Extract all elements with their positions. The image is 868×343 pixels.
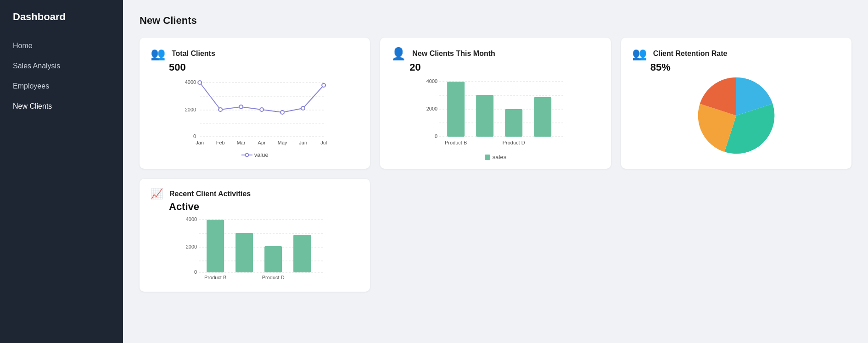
- sidebar-title: Dashboard: [0, 0, 123, 36]
- svg-point-11: [260, 108, 263, 111]
- sidebar: Dashboard Home Sales Analysis Employees …: [0, 0, 123, 343]
- bottom-cards-row: 📈 Recent Client Activities Active 4000 2…: [140, 179, 851, 292]
- svg-text:Jan: Jan: [196, 140, 204, 145]
- svg-point-13: [301, 106, 305, 110]
- svg-rect-48: [264, 246, 282, 272]
- svg-point-10: [239, 105, 243, 109]
- card-placeholder-3: [621, 179, 851, 292]
- svg-point-14: [322, 83, 325, 87]
- person-icon: 👤: [391, 48, 406, 60]
- svg-rect-35: [534, 97, 551, 137]
- svg-text:4000: 4000: [185, 79, 196, 85]
- svg-text:0: 0: [193, 133, 196, 139]
- retention-value: 85%: [650, 61, 840, 73]
- card-header-retention: 👥 Client Retention Rate: [632, 48, 840, 60]
- svg-text:2000: 2000: [186, 244, 197, 249]
- svg-rect-47: [235, 233, 253, 272]
- sidebar-nav: Home Sales Analysis Employees New Client…: [0, 36, 123, 116]
- card-placeholder-2: [380, 179, 610, 292]
- line-legend-label: value: [254, 151, 269, 158]
- svg-text:Product D: Product D: [262, 275, 285, 280]
- card-header-activities: 📈 Recent Client Activities: [151, 189, 359, 199]
- svg-text:4000: 4000: [426, 78, 437, 84]
- svg-rect-34: [505, 109, 522, 137]
- sidebar-item-newclients[interactable]: New Clients: [0, 96, 123, 116]
- card-activities: 📈 Recent Client Activities Active 4000 2…: [140, 179, 370, 292]
- card-header-total: 👥 Total Clients: [151, 48, 359, 60]
- svg-text:2000: 2000: [185, 107, 196, 112]
- main-content: New Clients 👥 Total Clients 500 400: [123, 0, 868, 343]
- bar-chart-legend: sales: [391, 154, 599, 160]
- svg-text:Jul: Jul: [320, 140, 327, 145]
- sidebar-item-employees[interactable]: Employees: [0, 76, 123, 96]
- top-cards-row: 👥 Total Clients 500 4000 2000 0: [140, 38, 851, 169]
- svg-text:Mar: Mar: [237, 140, 246, 145]
- svg-point-8: [198, 81, 202, 84]
- activities-bar-svg: 4000 2000 0 Product B Product D: [151, 217, 359, 282]
- svg-text:Jun: Jun: [299, 140, 307, 145]
- card-retention-rate: 👥 Client Retention Rate 85%: [621, 38, 851, 169]
- activities-value: Active: [169, 201, 359, 213]
- svg-text:May: May: [278, 140, 287, 145]
- svg-point-12: [280, 111, 284, 114]
- svg-rect-32: [447, 82, 465, 137]
- svg-text:4000: 4000: [186, 217, 197, 222]
- activities-title: Recent Client Activities: [169, 190, 251, 198]
- bar-legend-label: sales: [493, 154, 506, 160]
- svg-text:Feb: Feb: [216, 140, 225, 145]
- total-clients-title: Total Clients: [172, 50, 215, 58]
- svg-text:Apr: Apr: [258, 140, 266, 145]
- bar-chart-new-clients: 4000 2000 0 Product B Product D: [391, 78, 599, 160]
- people2-icon: 👥: [632, 48, 647, 60]
- svg-text:0: 0: [194, 269, 197, 275]
- line-chart-area: 4000 2000 0: [151, 78, 359, 149]
- svg-text:Product B: Product B: [204, 275, 226, 280]
- svg-rect-33: [476, 95, 493, 137]
- sidebar-item-home[interactable]: Home: [0, 36, 123, 56]
- people-icon: 👥: [151, 48, 165, 60]
- svg-point-23: [245, 153, 248, 156]
- svg-rect-49: [293, 235, 311, 272]
- svg-point-9: [218, 108, 222, 111]
- svg-text:0: 0: [435, 133, 437, 139]
- svg-text:Product D: Product D: [503, 140, 525, 145]
- bar-chart-new-svg: 4000 2000 0 Product B Product D: [391, 78, 599, 149]
- bar-chart-activities: 4000 2000 0 Product B Product D: [151, 217, 359, 283]
- new-clients-value: 20: [409, 61, 599, 73]
- total-clients-value: 500: [169, 61, 359, 73]
- retention-title: Client Retention Rate: [653, 50, 728, 58]
- page-title: New Clients: [140, 15, 851, 27]
- card-total-clients: 👥 Total Clients 500 4000 2000 0: [140, 38, 370, 169]
- sidebar-item-sales[interactable]: Sales Analysis: [0, 56, 123, 76]
- svg-text:2000: 2000: [426, 106, 437, 111]
- pie-chart-wrap: [632, 79, 840, 152]
- svg-rect-46: [207, 220, 224, 272]
- pie-chart-svg: [697, 77, 775, 155]
- line-chart-svg: 4000 2000 0: [151, 78, 359, 147]
- new-clients-title: New Clients This Month: [412, 50, 495, 58]
- card-new-clients-month: 👤 New Clients This Month 20 4000 2000 0: [380, 38, 610, 169]
- line-chart-legend: value: [151, 151, 359, 158]
- card-header-new: 👤 New Clients This Month: [391, 48, 599, 60]
- activity-icon: 📈: [151, 189, 163, 199]
- svg-text:Product B: Product B: [445, 140, 467, 145]
